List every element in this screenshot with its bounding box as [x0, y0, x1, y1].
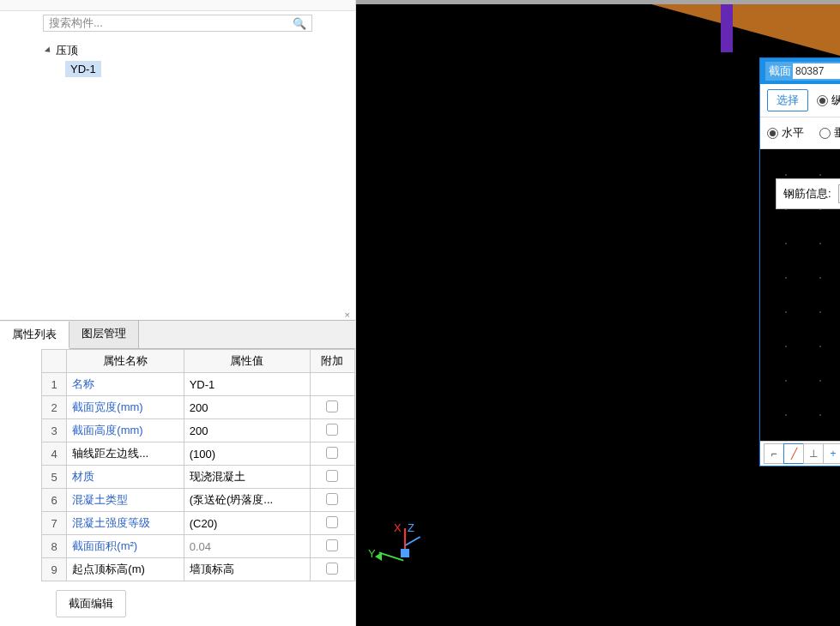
table-row[interactable]: 6混凝土类型(泵送砼(坍落度... [42, 489, 355, 512]
checkbox-icon[interactable] [326, 539, 338, 551]
checkbox-icon[interactable] [326, 470, 338, 482]
cell-value[interactable]: (泵送砼(坍落度... [184, 489, 310, 512]
cell-attach[interactable] [310, 489, 354, 512]
property-tabs: 属性列表 图层管理 [0, 320, 355, 349]
component-tree: 压顶 YD-1 [0, 35, 355, 310]
component-search[interactable]: 搜索构件... 🔍 [43, 15, 312, 32]
table-row[interactable]: 3截面高度(mm)200 [42, 419, 355, 442]
cell-idx: 9 [42, 558, 67, 581]
cell-name: 混凝土类型 [67, 489, 184, 512]
checkbox-icon[interactable] [326, 563, 338, 575]
radio-vertical[interactable]: 垂直 [819, 125, 840, 141]
cell-idx: 7 [42, 512, 67, 535]
rebar-info-panel: 钢筋信息: 3C16 ▾ [776, 178, 840, 209]
snap-grid-icon[interactable]: ⌐ [764, 443, 784, 464]
toolbar-fragment [0, 0, 355, 11]
cell-attach[interactable] [310, 442, 354, 466]
cell-attach[interactable] [310, 466, 354, 489]
rebar-info-label: 钢筋信息: [783, 186, 831, 202]
snap-perp-icon[interactable]: ⊥ [803, 443, 824, 464]
snap-plus-icon[interactable]: + [823, 443, 840, 464]
col-idx [42, 350, 67, 373]
radio-off-icon [819, 128, 831, 139]
cell-value[interactable]: 200 [184, 396, 310, 419]
section-canvas[interactable]: 钢筋信息: 3C16 ▾ 全部纵筋 ZJ 200 [760, 149, 840, 441]
radio-longitudinal[interactable]: 纵筋 [817, 93, 840, 108]
section-edit-button[interactable]: 截面编辑 [56, 590, 126, 617]
tree-item-label: YD-1 [70, 63, 96, 75]
col-name: 属性名称 [67, 350, 184, 373]
axis-z-label: Z [408, 521, 414, 534]
cell-idx: 1 [42, 373, 67, 396]
tab-layer-manage[interactable]: 图层管理 [69, 321, 139, 348]
table-row[interactable]: 7混凝土强度等级(C20) [42, 512, 355, 535]
table-row[interactable]: 5材质现浇混凝土 [42, 466, 355, 489]
search-icon[interactable]: 🔍 [293, 17, 306, 30]
table-row[interactable]: 2截面宽度(mm)200 [42, 396, 355, 419]
tree-root[interactable]: 压顶 [43, 40, 312, 61]
table-row[interactable]: 1名称YD-1 [42, 373, 355, 396]
model-component [721, 4, 733, 52]
coord-x-field[interactable]: 截面 [765, 62, 840, 81]
panel-close-icon[interactable]: × [0, 310, 355, 320]
property-table: 属性名称 属性值 附加 1名称YD-12截面宽度(mm)2003截面高度(mm)… [41, 349, 355, 581]
coord-x-input[interactable] [793, 63, 840, 79]
cell-attach[interactable] [310, 558, 354, 581]
tab-property-list[interactable]: 属性列表 [0, 322, 69, 349]
col-attach: 附加 [310, 350, 354, 373]
cell-name: 截面高度(mm) [67, 419, 184, 442]
cell-idx: 4 [42, 442, 67, 466]
cell-value[interactable]: 200 [184, 419, 310, 442]
cell-name: 名称 [67, 373, 184, 396]
table-row[interactable]: 8截面面积(m²)0.04 [42, 535, 355, 558]
cell-value[interactable]: 墙顶标高 [184, 558, 310, 581]
checkbox-icon[interactable] [326, 447, 338, 459]
cell-value[interactable]: 0.04 [184, 535, 310, 558]
cell-name: 材质 [67, 466, 184, 489]
cell-name: 截面面积(m²) [67, 535, 184, 558]
cell-value[interactable]: (100) [184, 442, 310, 466]
axis-triad: X Z Y [373, 523, 433, 583]
window-titlebar[interactable]: 截面 Y:108064 × [760, 58, 840, 84]
model-viewport[interactable]: X Z Y 截面 Y:108064 × 选择 纵筋 [356, 0, 840, 626]
cell-value[interactable]: YD-1 [184, 373, 310, 396]
editor-toolbar-2: 水平 垂直 对齐钢筋 [760, 117, 840, 149]
tree-item-yd1[interactable]: YD-1 [65, 61, 101, 77]
cell-attach[interactable] [310, 512, 354, 535]
cell-name: 截面宽度(mm) [67, 396, 184, 419]
cell-idx: 2 [42, 396, 67, 419]
axis-x-label: X [394, 521, 402, 534]
coord-x-label: 截面 [769, 63, 791, 79]
cell-value[interactable]: 现浇混凝土 [184, 466, 310, 489]
radio-on-icon [817, 95, 828, 106]
cell-idx: 3 [42, 419, 67, 442]
radio-on-icon [767, 128, 778, 139]
model-surface [651, 4, 840, 56]
checkbox-icon[interactable] [326, 516, 338, 528]
cell-attach[interactable] [310, 419, 354, 442]
cell-value[interactable]: (C20) [184, 512, 310, 535]
section-editor-window: 截面 Y:108064 × 选择 纵筋 横筋 [759, 57, 840, 466]
editor-status-bar: ⌐ ╱ ⊥ + (X: 569 Y: -229)选择钢筋进行编辑，选择标注进 [760, 441, 840, 466]
cell-name: 起点顶标高(m) [67, 558, 184, 581]
checkbox-icon[interactable] [326, 400, 338, 412]
tree-root-label: 压顶 [56, 43, 78, 58]
editor-toolbar-1: 选择 纵筋 横筋 直线 ▾ 显示标注 ▸▸ [760, 84, 840, 117]
cell-name: 混凝土强度等级 [67, 512, 184, 535]
caret-icon [45, 46, 52, 54]
table-row[interactable]: 4轴线距左边线...(100) [42, 442, 355, 466]
cell-idx: 5 [42, 466, 67, 489]
cell-idx: 8 [42, 535, 67, 558]
snap-endpoint-icon[interactable]: ╱ [783, 443, 804, 464]
checkbox-icon[interactable] [326, 424, 338, 436]
checkbox-icon[interactable] [326, 493, 338, 505]
select-button[interactable]: 选择 [767, 89, 808, 111]
left-panel: 搜索构件... 🔍 压顶 YD-1 × 属性列表 图层管理 属性名称 属性值 [0, 0, 356, 626]
cell-attach[interactable] [310, 396, 354, 419]
cell-attach[interactable] [310, 373, 354, 396]
col-value: 属性值 [184, 350, 310, 373]
search-placeholder: 搜索构件... [49, 15, 103, 31]
table-row[interactable]: 9起点顶标高(m)墙顶标高 [42, 558, 355, 581]
cell-attach[interactable] [310, 535, 354, 558]
radio-horizontal[interactable]: 水平 [767, 125, 804, 141]
